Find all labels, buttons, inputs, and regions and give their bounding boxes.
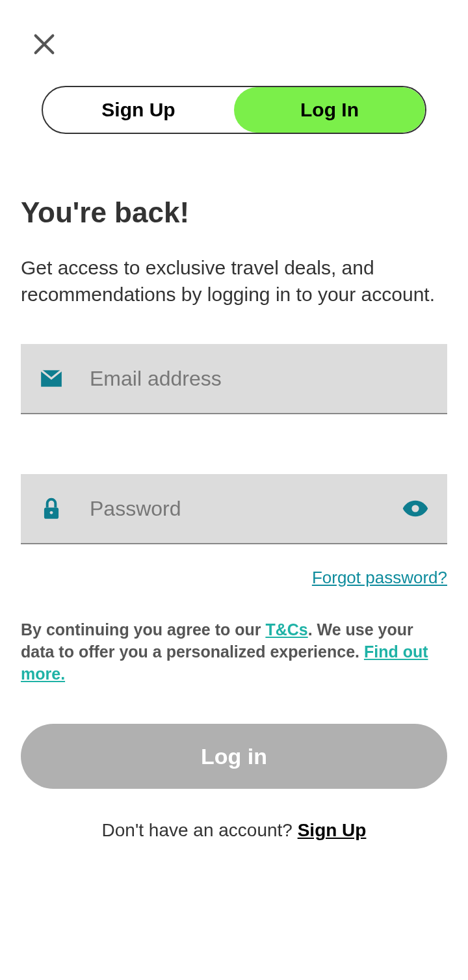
toggle-password-visibility[interactable] [402, 495, 429, 522]
email-icon [39, 366, 64, 391]
tab-signup[interactable]: Sign Up [43, 87, 234, 133]
svg-point-4 [411, 505, 419, 512]
login-button[interactable]: Log in [21, 724, 447, 789]
email-input-group [21, 344, 447, 414]
close-button[interactable] [31, 31, 57, 60]
legal-text: By continuing you agree to our T&Cs. We … [21, 619, 447, 685]
page-title: You're back! [21, 196, 447, 229]
signup-prompt-text: Don't have an account? [102, 820, 298, 840]
password-input-group [21, 474, 447, 544]
terms-link[interactable]: T&Cs [265, 620, 307, 639]
tab-login[interactable]: Log In [234, 87, 425, 133]
email-field[interactable] [90, 344, 429, 413]
auth-tabs: Sign Up Log In [42, 86, 426, 134]
page-subtitle: Get access to exclusive travel deals, an… [21, 255, 447, 308]
signup-prompt: Don't have an account? Sign Up [21, 820, 447, 841]
eye-icon [402, 495, 429, 522]
svg-point-3 [50, 511, 53, 514]
legal-prefix: By continuing you agree to our [21, 620, 265, 639]
signup-link[interactable]: Sign Up [298, 820, 367, 840]
forgot-password-link[interactable]: Forgot password? [312, 568, 447, 587]
password-field[interactable] [90, 474, 402, 543]
lock-icon [39, 496, 64, 521]
close-icon [31, 31, 57, 57]
